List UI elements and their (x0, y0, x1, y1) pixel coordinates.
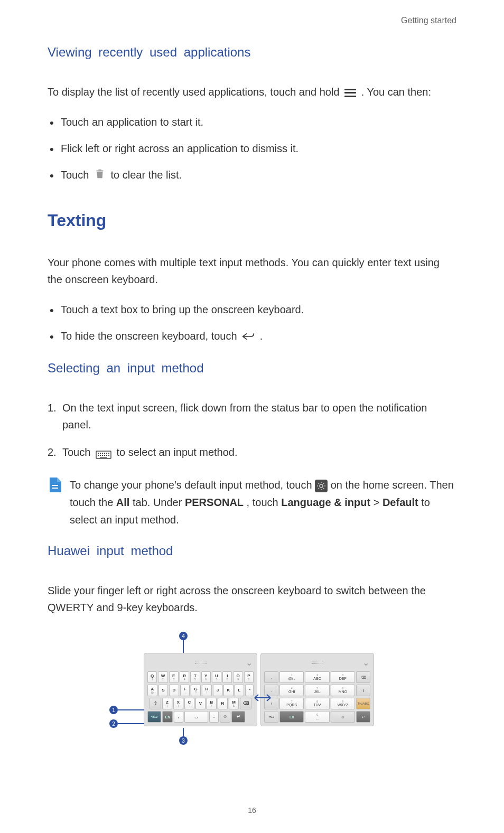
settings-icon (315, 480, 328, 492)
svg-rect-7 (106, 453, 107, 454)
note-document-icon (48, 476, 62, 493)
backspace-key: ⌫ (356, 671, 370, 683)
heading-texting: Texting (48, 211, 456, 230)
texting-bullet-list: Touch a text box to bring up the onscree… (48, 301, 456, 345)
keyboard-row: .4GHI5JKL6MNO⇧ (264, 685, 370, 696)
svg-rect-9 (98, 455, 99, 456)
text-fragment: to select an input method. (117, 446, 238, 458)
trash-icon (94, 167, 106, 184)
step-text: On the text input screen, flick down fro… (62, 402, 427, 430)
svg-rect-0 (97, 170, 104, 171)
keyboard-topbar: ⌄ (147, 657, 254, 668)
bullet-item: Touch a text box to bring up the onscree… (48, 301, 456, 318)
svg-rect-6 (104, 453, 105, 454)
bold-default: Default (382, 497, 418, 508)
step-item: 1. On the text input screen, flick down … (48, 399, 456, 433)
side-key: , (264, 671, 278, 683)
letter-key: M& (229, 698, 239, 709)
svg-rect-11 (102, 455, 103, 456)
numpad-key: 3DEF (331, 671, 355, 683)
heading-viewing-recent-apps: Viewing recently used applications (48, 45, 456, 60)
bold-language-input: Language & input (281, 497, 370, 508)
svg-rect-10 (100, 455, 101, 456)
text-fragment: . You can then: (361, 86, 431, 98)
callout-3: 3 (179, 736, 188, 745)
keyboard-row: A@SDF;G?H!JKL⌃ (147, 685, 254, 696)
para-huawei-input-intro: Slide your finger left or right across t… (48, 582, 456, 616)
shift-key: ⇧ (356, 685, 370, 696)
bullet-item: Touch an application to start it. (48, 114, 456, 130)
letter-key: P0 (244, 671, 254, 683)
keyboard-row: !7PQRS8TUV9WXYZTN/ABC (264, 698, 370, 709)
drag-handle-icon (312, 661, 323, 664)
letter-key: L (235, 685, 245, 696)
recent-apps-bullet-list: Touch an application to start it. Flick … (48, 114, 456, 184)
language-key: En (162, 711, 173, 723)
shift-key: ⇧ (150, 698, 161, 709)
note-text: To change your phone's default input met… (70, 476, 456, 529)
letter-key: W2 (158, 671, 167, 683)
bold-personal: PERSONAL (185, 497, 244, 508)
letter-key: V (195, 698, 206, 709)
step-number: 2. (48, 444, 57, 461)
chevron-down-icon: ⌄ (362, 658, 369, 668)
enter-key: ↵ (356, 711, 370, 723)
letter-key: Z( (162, 698, 172, 709)
keyboard-bottom-row: *#12 En , ⎵ . ☺ ↵ (147, 711, 254, 723)
text-fragment: To change your phone's default input met… (70, 479, 315, 491)
letter-key: U7 (212, 671, 221, 683)
svg-rect-3 (98, 453, 99, 454)
letter-key: R4 (180, 671, 189, 683)
svg-rect-14 (108, 455, 109, 456)
svg-rect-4 (100, 453, 101, 454)
numpad-key: 5JKL (305, 685, 329, 696)
keyboard-row: ,1@/ .2ABC3DEF⌫ (264, 671, 370, 683)
text-fragment: to clear the list. (111, 169, 182, 181)
keyboard-row: ⇧Z(X)C-VB/NM&⌫ (147, 698, 254, 709)
letter-key: N (218, 698, 228, 709)
letter-key: O9 (233, 671, 242, 683)
svg-rect-5 (102, 453, 103, 454)
text-fragment: , touch (247, 497, 282, 508)
step-item: 2. Touch to select an input method. (48, 444, 456, 461)
language-key: En (279, 711, 304, 723)
enter-key: ↵ (231, 711, 245, 723)
letter-key: C- (184, 698, 194, 709)
letter-key: H! (202, 685, 212, 696)
letter-key: A@ (147, 685, 157, 696)
letter-key: F; (180, 685, 190, 696)
tnabc-key: TN/ABC (356, 698, 370, 709)
svg-rect-8 (108, 453, 109, 454)
letter-key: I8 (222, 671, 232, 683)
heading-selecting-input-method: Selecting an input method (48, 361, 456, 376)
numpad-key: 8TUV (305, 698, 329, 709)
emoji-key: ☺ (331, 711, 355, 723)
letter-key: J (213, 685, 223, 696)
para-recent-apps-intro: To display the list of recently used app… (48, 83, 456, 100)
menu-icon (344, 89, 356, 97)
emoji-key: ☺ (220, 711, 230, 723)
callout-2: 2 (109, 719, 118, 728)
bullet-item: To hide the onscreen keyboard, touch . (48, 327, 456, 345)
slide-arrow-icon (252, 687, 273, 708)
page-body: Viewing recently used applications To di… (0, 0, 504, 753)
letter-key: S (158, 685, 169, 696)
note-block: To change your phone's default input met… (48, 476, 456, 529)
letter-key: E3 (169, 671, 179, 683)
heading-huawei-input-method: Huawei input method (48, 544, 456, 558)
letter-key: G? (191, 685, 201, 696)
space-key: 0⎵ (305, 711, 329, 723)
space-key: ⎵ (184, 711, 208, 723)
numpad-key: 9WXYZ (331, 698, 355, 709)
symbols-key: *#12 (264, 711, 278, 723)
svg-rect-15 (100, 457, 107, 458)
text-fragment: Touch (61, 169, 92, 181)
ninekey-keyboard: ⌄ ,1@/ .2ABC3DEF⌫ .4GHI5JKL6MNO⇧ !7PQRS8… (260, 653, 374, 726)
svg-rect-17 (52, 488, 58, 489)
backspace-key: ⌫ (240, 698, 251, 709)
letter-key: K (223, 685, 234, 696)
drag-handle-icon (195, 661, 207, 664)
bullet-item: Touch to clear the list. (48, 166, 456, 184)
bullet-item: Flick left or right across an applicatio… (48, 140, 456, 157)
qwerty-keyboard: ⌄ Q1W2E3R4T5Y6U7I8O9P0 A@SDF;G?H!JKL⌃ ⇧Z… (144, 653, 257, 726)
